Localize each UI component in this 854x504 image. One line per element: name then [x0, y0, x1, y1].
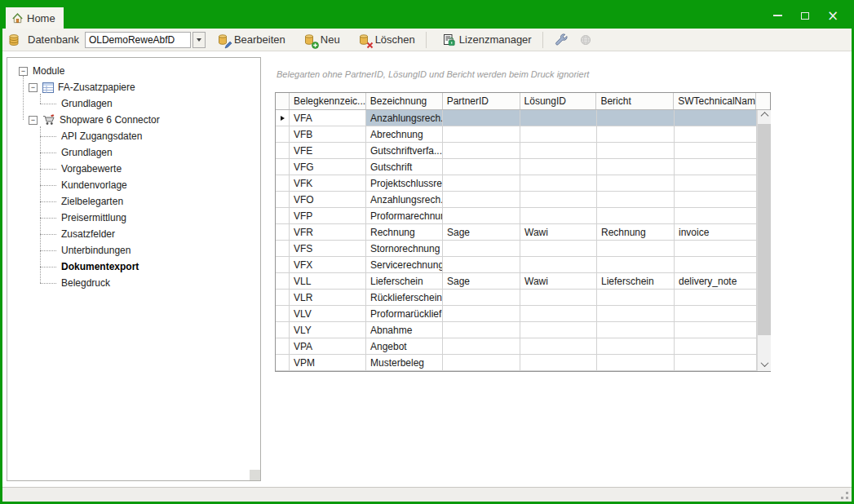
cell-belegkennzeic[interactable]: VFR — [290, 224, 366, 241]
row-indicator-cell[interactable] — [276, 306, 290, 322]
cell-l-sungid[interactable] — [520, 257, 597, 273]
cell-bezeichnung[interactable]: Proformarechnung — [366, 208, 443, 224]
cell-swtechnicalname[interactable] — [675, 159, 757, 175]
row-indicator-cell[interactable] — [276, 126, 290, 143]
datenbank-dropdown-button[interactable] — [192, 32, 206, 48]
table-row-vfe[interactable]: VFEGutschriftverfa... — [276, 143, 757, 159]
row-indicator-cell[interactable] — [276, 355, 290, 371]
close-button[interactable]: × — [819, 5, 847, 26]
table-row-vfa[interactable]: VFAAnzahlungsrech... — [276, 110, 757, 126]
cell-partnerid[interactable] — [443, 192, 520, 208]
column-header-bezeichnung[interactable]: Bezeichnung — [366, 93, 443, 109]
cell-partnerid[interactable] — [443, 241, 520, 257]
cell-swtechnicalname[interactable] — [675, 290, 757, 306]
tree-item-kundenvorlage[interactable]: Kundenvorlage — [7, 177, 260, 193]
cell-bezeichnung[interactable]: Proformarücklief... — [366, 306, 443, 322]
tree-item-fa-zusatzpapiere[interactable]: −FA-Zusatzpapiere — [7, 79, 260, 95]
cell-belegkennzeic[interactable]: VLL — [290, 273, 366, 290]
cell-swtechnicalname[interactable] — [675, 126, 757, 143]
cell-partnerid[interactable] — [443, 175, 520, 192]
column-header-swtechnicalname[interactable]: SWTechnicalName — [674, 93, 756, 109]
bearbeiten-button[interactable]: Bearbeiten — [210, 30, 292, 50]
maximize-button[interactable] — [791, 5, 819, 26]
cell-bericht[interactable] — [597, 290, 675, 306]
cell-swtechnicalname[interactable] — [675, 338, 757, 355]
tree-item-api-zugangsdaten[interactable]: API Zugangsdaten — [7, 128, 260, 144]
collapse-expander-icon[interactable]: − — [19, 67, 28, 76]
cell-swtechnicalname[interactable]: delivery_note — [675, 273, 757, 290]
cell-bezeichnung[interactable]: Musterbeleg — [366, 355, 443, 371]
cell-belegkennzeic[interactable]: VFO — [290, 192, 366, 208]
cell-bericht[interactable] — [597, 126, 675, 143]
cell-l-sungid[interactable] — [520, 241, 597, 257]
cell-belegkennzeic[interactable]: VPM — [290, 355, 366, 371]
row-indicator-cell[interactable] — [276, 208, 290, 224]
cell-l-sungid[interactable] — [520, 175, 597, 192]
cell-partnerid[interactable] — [443, 338, 520, 355]
table-row-vfp[interactable]: VFPProformarechnung — [276, 208, 757, 224]
tree-item-zusatzfelder[interactable]: Zusatzfelder — [7, 226, 260, 242]
cell-bezeichnung[interactable]: Stornorechnung — [366, 241, 443, 257]
cell-bezeichnung[interactable]: Lieferschein — [366, 273, 443, 290]
row-indicator-cell[interactable] — [276, 224, 290, 241]
column-header-belegkennzeic[interactable]: Belegkennzeic... — [290, 93, 366, 109]
row-indicator-cell[interactable] — [276, 192, 290, 208]
cell-bezeichnung[interactable]: Gutschrift — [366, 159, 443, 175]
cell-l-sungid[interactable] — [520, 355, 597, 371]
cell-partnerid[interactable] — [443, 208, 520, 224]
row-indicator-cell[interactable] — [276, 159, 290, 175]
cell-bezeichnung[interactable]: Anzahlungsrech... — [366, 192, 443, 208]
cell-l-sungid[interactable] — [520, 306, 597, 322]
cell-swtechnicalname[interactable] — [675, 257, 757, 273]
row-indicator-cell[interactable] — [276, 257, 290, 273]
cell-l-sungid[interactable] — [520, 110, 597, 126]
cell-bezeichnung[interactable]: Anzahlungsrech... — [366, 110, 443, 126]
cell-l-sungid[interactable] — [520, 290, 597, 306]
cell-swtechnicalname[interactable] — [675, 175, 757, 192]
cell-belegkennzeic[interactable]: VPA — [290, 338, 366, 355]
globe-button[interactable] — [575, 31, 596, 49]
cell-l-sungid[interactable] — [520, 143, 597, 159]
cell-partnerid[interactable] — [443, 355, 520, 371]
row-indicator-cell[interactable] — [276, 241, 290, 257]
cell-l-sungid[interactable] — [520, 126, 597, 143]
loeschen-button[interactable]: Löschen — [352, 30, 422, 50]
tree-item-vorgabewerte[interactable]: Vorgabewerte — [7, 161, 260, 177]
cell-partnerid[interactable] — [443, 322, 520, 338]
row-indicator-cell[interactable] — [276, 290, 290, 306]
row-indicator-cell[interactable] — [276, 110, 290, 126]
table-row-vfr[interactable]: VFRRechnungSageWawiRechnunginvoice — [276, 224, 757, 241]
cell-bezeichnung[interactable]: Projektschlussre... — [366, 175, 443, 192]
cell-belegkennzeic[interactable]: VFS — [290, 241, 366, 257]
scroll-up-button[interactable] — [758, 110, 771, 124]
cell-bericht[interactable]: Rechnung — [597, 224, 675, 241]
cell-partnerid[interactable] — [443, 257, 520, 273]
cell-l-sungid[interactable] — [520, 322, 597, 338]
vertical-scrollbar[interactable] — [757, 110, 771, 371]
cell-swtechnicalname[interactable] — [675, 208, 757, 224]
collapse-expander-icon[interactable]: − — [29, 83, 38, 92]
cell-belegkennzeic[interactable]: VFG — [290, 159, 366, 175]
cell-belegkennzeic[interactable]: VFA — [290, 110, 366, 126]
lizenzmanager-button[interactable]: Lizenzmanager — [436, 30, 538, 50]
cell-belegkennzeic[interactable]: VLY — [290, 322, 366, 338]
cell-swtechnicalname[interactable] — [675, 143, 757, 159]
cell-bericht[interactable] — [597, 175, 675, 192]
cell-swtechnicalname[interactable] — [675, 306, 757, 322]
cell-swtechnicalname[interactable]: invoice — [675, 224, 757, 241]
cell-belegkennzeic[interactable]: VFB — [290, 126, 366, 143]
tree-item-module[interactable]: −Module — [7, 63, 260, 79]
table-row-vfx[interactable]: VFXServicerechnung — [276, 257, 757, 273]
tree-item-grundlagen[interactable]: Grundlagen — [7, 144, 260, 161]
cell-bericht[interactable] — [597, 208, 675, 224]
table-row-vll[interactable]: VLLLieferscheinSageWawiLieferscheindeliv… — [276, 273, 757, 290]
datenbank-input[interactable] — [85, 32, 191, 48]
cell-bezeichnung[interactable]: Abrechnung — [366, 126, 443, 143]
cell-belegkennzeic[interactable]: VFK — [290, 175, 366, 192]
cell-swtechnicalname[interactable] — [675, 355, 757, 371]
cell-partnerid[interactable] — [443, 159, 520, 175]
table-row-vlr[interactable]: VLRRücklieferschein — [276, 290, 757, 306]
table-row-vpa[interactable]: VPAAngebot — [276, 338, 757, 355]
cell-belegkennzeic[interactable]: VFX — [290, 257, 366, 273]
cell-partnerid[interactable]: Sage — [443, 224, 520, 241]
